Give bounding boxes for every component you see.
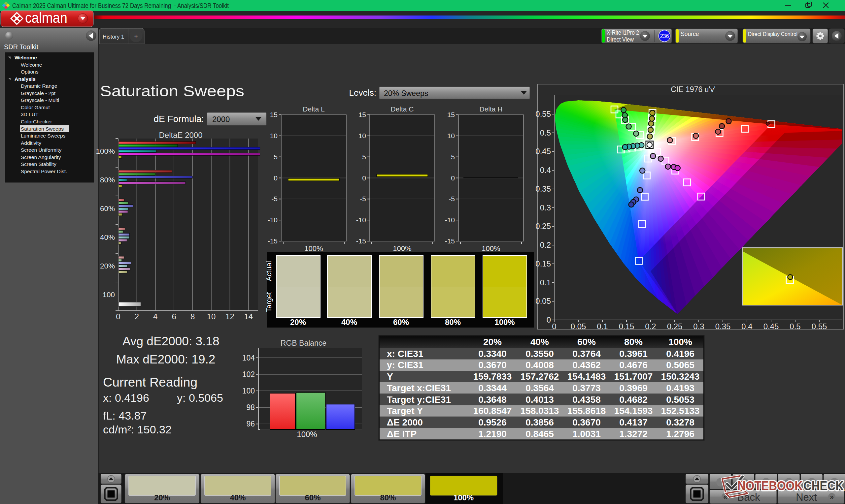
svg-text:151.7007: 151.7007 xyxy=(614,372,653,382)
svg-text:6: 6 xyxy=(172,312,176,321)
svg-text:0.1: 0.1 xyxy=(540,278,551,287)
svg-text:0.4137: 0.4137 xyxy=(619,417,648,428)
svg-text:Delta H: Delta H xyxy=(479,105,503,113)
svg-text:ColorChecker: ColorChecker xyxy=(21,119,52,124)
svg-text:1.2796: 1.2796 xyxy=(666,429,694,439)
svg-text:Direct Display Control: Direct Display Control xyxy=(748,31,797,37)
svg-text:0.4676: 0.4676 xyxy=(619,360,648,370)
svg-text:+: + xyxy=(134,33,138,40)
svg-text:157.2762: 157.2762 xyxy=(521,372,559,382)
svg-text:Y: Y xyxy=(387,372,393,382)
svg-text:Calman 2025 Calman Ultimate fo: Calman 2025 Calman Ultimate for Business… xyxy=(12,2,229,9)
svg-text:8: 8 xyxy=(191,312,195,321)
svg-text:fL: 43.87: fL: 43.87 xyxy=(103,409,146,422)
svg-text:History 1: History 1 xyxy=(103,34,124,40)
svg-text:159.7833: 159.7833 xyxy=(473,372,512,382)
svg-text:cd/m²: 150.32: cd/m²: 150.32 xyxy=(103,423,172,436)
svg-text:0.5: 0.5 xyxy=(790,322,800,331)
svg-text:Color Gamut: Color Gamut xyxy=(21,105,50,110)
svg-text:dE Formula:: dE Formula: xyxy=(154,114,204,124)
svg-text:96: 96 xyxy=(246,419,255,428)
svg-text:Max dE2000: 19.2: Max dE2000: 19.2 xyxy=(116,353,215,366)
svg-text:100%: 100% xyxy=(393,245,411,253)
svg-text:0.4013: 0.4013 xyxy=(526,395,554,405)
svg-text:0.3773: 0.3773 xyxy=(573,383,601,393)
svg-text:60%: 60% xyxy=(393,318,409,326)
svg-text:0.3550: 0.3550 xyxy=(526,349,554,359)
svg-text:Grayscale - Multi: Grayscale - Multi xyxy=(21,97,59,103)
svg-text:2: 2 xyxy=(135,312,139,321)
svg-text:102: 102 xyxy=(242,370,255,379)
svg-text:40%: 40% xyxy=(100,233,115,241)
svg-text:0.3969: 0.3969 xyxy=(619,383,648,393)
svg-text:Delta C: Delta C xyxy=(390,105,413,113)
svg-text:10: 10 xyxy=(207,312,216,321)
svg-text:Next: Next xyxy=(796,491,817,503)
svg-text:0.45: 0.45 xyxy=(763,322,779,331)
svg-text:20%: 20% xyxy=(290,318,306,326)
svg-text:Analysis: Analysis xyxy=(15,76,36,82)
svg-text:Current Reading: Current Reading xyxy=(103,375,197,389)
svg-text:0.3670: 0.3670 xyxy=(573,417,601,428)
svg-text:Screen Angularity: Screen Angularity xyxy=(21,155,61,160)
svg-text:60%: 60% xyxy=(100,204,115,213)
svg-text:Target Y: Target Y xyxy=(387,406,423,416)
svg-text:Screen Uniformity: Screen Uniformity xyxy=(21,147,61,153)
svg-text:0.3856: 0.3856 xyxy=(526,417,554,428)
svg-text:0.25: 0.25 xyxy=(535,222,551,231)
svg-text:-10: -10 xyxy=(445,216,455,223)
svg-text:ΔE 2000: ΔE 2000 xyxy=(387,417,423,428)
svg-text:0.5053: 0.5053 xyxy=(666,395,694,405)
svg-text:0.2: 0.2 xyxy=(540,240,551,249)
svg-text:y: 0.5065: y: 0.5065 xyxy=(177,392,223,404)
svg-text:154.1593: 154.1593 xyxy=(614,406,653,416)
svg-text:Saturation Sweeps: Saturation Sweeps xyxy=(21,126,64,132)
svg-text:100: 100 xyxy=(102,291,115,299)
svg-text:0.9526: 0.9526 xyxy=(478,417,507,428)
svg-text:1.0031: 1.0031 xyxy=(573,429,601,439)
svg-text:Target y:CIE31: Target y:CIE31 xyxy=(387,395,451,405)
svg-text:20%: 20% xyxy=(154,493,170,502)
svg-text:0.3564: 0.3564 xyxy=(526,383,554,393)
svg-text:-15: -15 xyxy=(268,237,278,245)
svg-text:0.4008: 0.4008 xyxy=(526,360,554,370)
svg-text:80%: 80% xyxy=(380,493,396,502)
svg-text:1.2190: 1.2190 xyxy=(478,429,507,439)
svg-text:0.4358: 0.4358 xyxy=(573,395,601,405)
svg-text:0.35: 0.35 xyxy=(715,322,731,331)
svg-text:ΔE ITP: ΔE ITP xyxy=(387,429,417,439)
svg-text:5: 5 xyxy=(362,153,366,161)
svg-text:Welcome: Welcome xyxy=(21,62,42,68)
svg-text:150.3243: 150.3243 xyxy=(661,372,700,382)
svg-text:80%: 80% xyxy=(445,318,461,326)
svg-text:SDR Toolkit: SDR Toolkit xyxy=(4,43,39,51)
svg-text:0.55: 0.55 xyxy=(535,109,551,119)
svg-text:80%: 80% xyxy=(624,337,642,347)
svg-text:0: 0 xyxy=(362,174,366,182)
svg-text:Saturation Sweeps: Saturation Sweeps xyxy=(100,82,244,100)
svg-text:x: 0.4196: x: 0.4196 xyxy=(103,392,149,404)
svg-text:160.8547: 160.8547 xyxy=(473,406,512,416)
svg-text:40%: 40% xyxy=(230,493,246,502)
svg-text:0.3: 0.3 xyxy=(540,203,551,212)
svg-text:100%: 100% xyxy=(297,430,317,439)
svg-text:0.4682: 0.4682 xyxy=(619,395,648,405)
svg-text:100%: 100% xyxy=(304,245,323,253)
svg-text:154.1483: 154.1483 xyxy=(567,372,606,382)
svg-text:12: 12 xyxy=(226,312,234,321)
svg-text:0.1: 0.1 xyxy=(597,322,608,331)
svg-text:-5: -5 xyxy=(271,195,278,202)
svg-text:0: 0 xyxy=(547,315,551,324)
svg-text:40%: 40% xyxy=(341,318,357,326)
svg-text:Source: Source xyxy=(681,31,699,37)
svg-text:4: 4 xyxy=(153,312,157,321)
svg-text:15: 15 xyxy=(447,111,455,119)
svg-text:Dynamic Range: Dynamic Range xyxy=(21,83,57,89)
svg-text:0.45: 0.45 xyxy=(535,147,551,156)
svg-text:y: CIE31: y: CIE31 xyxy=(387,360,423,370)
svg-text:Spectral Power Dist.: Spectral Power Dist. xyxy=(21,168,67,174)
svg-text:0.3961: 0.3961 xyxy=(619,349,648,359)
svg-text:Target x:CIE31: Target x:CIE31 xyxy=(387,383,451,393)
svg-text:Actual: Actual xyxy=(265,261,273,281)
svg-text:Screen Stability: Screen Stability xyxy=(21,161,56,167)
